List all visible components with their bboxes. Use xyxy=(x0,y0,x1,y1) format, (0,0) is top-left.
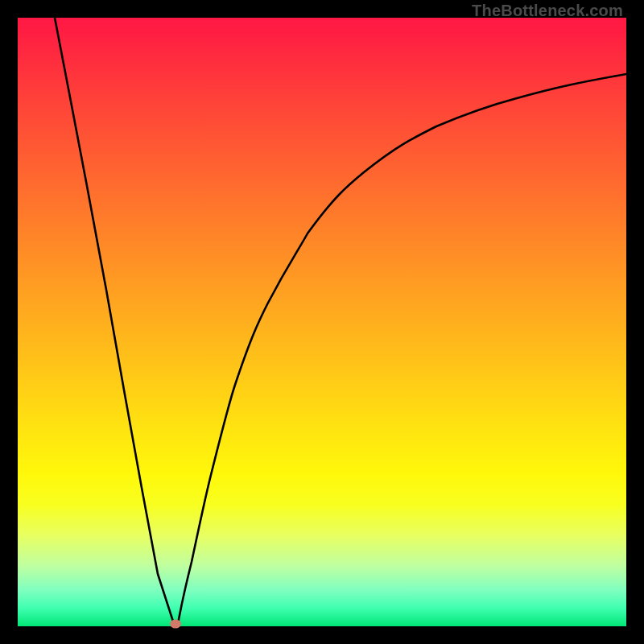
minimum-marker xyxy=(170,620,181,629)
watermark-text: TheBottleneck.com xyxy=(472,2,623,20)
heat-gradient-background xyxy=(18,18,626,626)
plot-area xyxy=(18,18,626,626)
